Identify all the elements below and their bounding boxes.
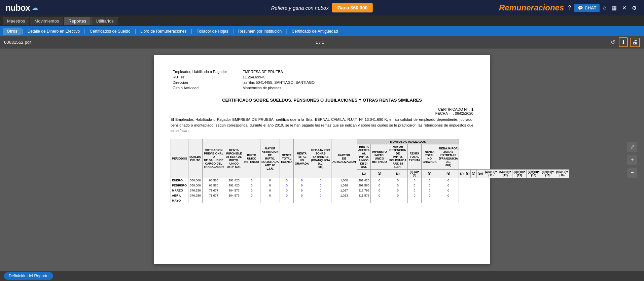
data-cell: 68.580 (203, 178, 225, 183)
data-cell: 376.250 (188, 188, 202, 193)
promo-button[interactable]: Gana $60.000 (332, 3, 373, 12)
th-ma-renta-no-gravada: RENTA TOTALNO GRAVADA (421, 144, 438, 169)
expand-button[interactable]: ⤢ (627, 142, 637, 152)
fecha-label: FECHA (435, 111, 448, 115)
th-num-6: (6) (438, 169, 459, 178)
data-cell: 312.796 (357, 188, 371, 193)
th-ma-renta-exenta: RENTA TOTALEXENTA (408, 144, 422, 169)
cert-number-area: CERTIFICADO N° : 1 FECHA : 06/02/2020 (171, 107, 473, 115)
table-row: ENERO360.00068.580291.420000001,000291.4… (171, 178, 569, 183)
data-cell: 0 (408, 178, 422, 183)
data-cell: 0 (294, 183, 310, 188)
zoom-in-button[interactable]: + (627, 155, 637, 165)
data-cell: 0 (408, 183, 422, 188)
data-cell: 311.578 (357, 193, 371, 198)
nav-reportes[interactable]: Reportes (64, 17, 91, 25)
data-cell (225, 198, 243, 203)
subnav-otros[interactable]: Otros (3, 28, 22, 35)
pdf-filename: 60631552.pdf (4, 40, 31, 45)
subnav-resumen-institucion[interactable]: Resumen por Institución (234, 28, 286, 35)
subnav-certificado-antiguedad[interactable]: Certificado de Antigüedad (288, 28, 342, 35)
th-factor: FACTORDEACTUALIZACION (331, 139, 357, 178)
data-cell: 1,000 (331, 178, 357, 183)
table-row: MAYO (171, 198, 569, 203)
period-cell: MARZO (171, 188, 188, 193)
def-reporte-button[interactable]: Definición del Reporte (4, 272, 53, 280)
th-cotizacion: COTIZACIONPREVISIONAL ODE SALUD DECARGO … (203, 139, 225, 178)
data-cell: 1,027 (331, 188, 357, 193)
th-renta-no-gravada: RENTA TOTALNO GRAVADA (294, 139, 310, 178)
th-ma-rebaja: REBAJA PORZONAS EXTREMAS(FRANQUICIA D.L.… (438, 144, 459, 169)
th-num-12: (5)x(10)=(12) (498, 169, 512, 178)
home-button[interactable]: ⌂ (601, 3, 608, 12)
th-num-8: (8) (465, 169, 470, 178)
pdf-page-info: 1 / 1 (316, 40, 324, 45)
settings-button[interactable]: ⚙ (630, 3, 639, 12)
subnav-detalle-dinero[interactable]: Detalle de Dinero en Efectivo (24, 28, 84, 35)
chat-button[interactable]: 💬 CHAT (574, 4, 600, 12)
data-cell: 0 (260, 178, 280, 183)
promo-area: Refiere y gana con nubox Gana $60.000 (271, 3, 373, 12)
doc-header-info: Empleador, Habilitado o Pagador : EMPRES… (171, 69, 473, 91)
data-cell (331, 198, 357, 203)
subnav-certificados-sueldo[interactable]: Certificados de Sueldo (86, 28, 135, 35)
fecha-value: 06/02/2020 (455, 111, 473, 115)
nav-movimientos[interactable]: Movimientos (30, 17, 63, 25)
nav-maestros[interactable]: Maestros (3, 17, 29, 25)
data-cell (310, 198, 331, 203)
data-cell (280, 198, 294, 203)
th-num-16: (9)x(10)=(16) (555, 169, 569, 178)
data-cell (371, 198, 388, 203)
pdf-download-button[interactable]: ⬇ (619, 37, 628, 47)
direccion-value: : las lilas 50414455, SANTIAGO, SANTIAGO (239, 80, 316, 85)
th-renta-total-exenta: RENTATOTALEXENTA (280, 139, 294, 178)
th-mayor-retencion: MAYORRETENCION DEIMPTO.SOLICITADAART. 88… (260, 139, 280, 178)
data-cell: 0 (371, 178, 388, 183)
data-cell: 0 (371, 193, 388, 198)
pdf-print-button[interactable]: 🖨 (630, 38, 640, 47)
data-cell: 0 (260, 188, 280, 193)
th-renta-imponible: RENTAIMPONIBLEAFECTA ALIMPTO. UNICODE 2°… (225, 139, 243, 178)
data-cell: 0 (388, 188, 407, 193)
th-num-1: (1) (357, 169, 371, 178)
data-cell (438, 198, 459, 203)
th-num-3: (3) (388, 169, 407, 178)
pdf-document: Empleador, Habilitado o Pagador : EMPRES… (154, 55, 490, 264)
chat-icon: 💬 (578, 5, 583, 10)
data-cell: 376.250 (188, 193, 202, 198)
th-montos-actualizados: MONTOS ACTUALIZADOS (357, 139, 459, 144)
side-controls: ⤢ + − (627, 142, 637, 178)
pdf-refresh-button[interactable]: ↺ (609, 38, 617, 46)
grid-button[interactable]: ▦ (610, 3, 619, 12)
giro-value: : Mantencion de piscinas (239, 85, 316, 90)
data-cell: 304.573 (225, 188, 243, 193)
subnav-foliador[interactable]: Foliador de Hojas (192, 28, 232, 35)
th-ma-impuesto: IMPUESTOIMPTO. UNICORETENIDO (371, 144, 388, 169)
data-cell: 68.580 (203, 183, 225, 188)
fecha-separator: : (453, 111, 454, 115)
data-cell (188, 198, 202, 203)
data-cell: 0 (438, 183, 459, 188)
subnav-libro-remuneraciones[interactable]: Libro de Remuneraciones (136, 28, 190, 35)
bottom-bar: Definición del Reporte (0, 271, 644, 281)
th-num-7: (7) (459, 169, 465, 178)
th-num-2: (2) (371, 169, 388, 178)
nav-utilitarios[interactable]: Utilitarios (91, 17, 118, 25)
th-num-11: (4)x(10)=(11) (484, 169, 498, 178)
zoom-out-button[interactable]: − (627, 168, 637, 178)
th-num-4: (2)-(3)=(4) (408, 169, 422, 178)
help-button[interactable]: ? (566, 3, 573, 12)
close-button[interactable]: ✕ (620, 3, 629, 12)
th-ma-renta-afecta: RENTA AFECTAAL IMPTO. UNICODE 2° CAT. (357, 144, 371, 169)
data-cell: 1,023 (331, 193, 357, 198)
data-cell: 0 (310, 188, 331, 193)
rut-value: : 11.264.699-K (239, 75, 316, 79)
giro-label: Giro o Actividad (171, 85, 239, 90)
th-rebaja: REBAJA PORZONASEXTREMAS(FRANQUICIA D.L.8… (310, 139, 331, 178)
cert-title: CERTIFICADO SOBRE SUELDOS, PENSIONES O J… (171, 98, 473, 103)
cert-body-text: El Empleador, Habilitado o Pagador EMPRE… (171, 117, 473, 134)
th-num-13: (6)x(10)=(13) (512, 169, 527, 178)
data-cell: 299.580 (357, 183, 371, 188)
table-row: MARZO376.25071.677304.573000001,027312.7… (171, 188, 569, 193)
cert-number-value: 1 (471, 107, 473, 111)
